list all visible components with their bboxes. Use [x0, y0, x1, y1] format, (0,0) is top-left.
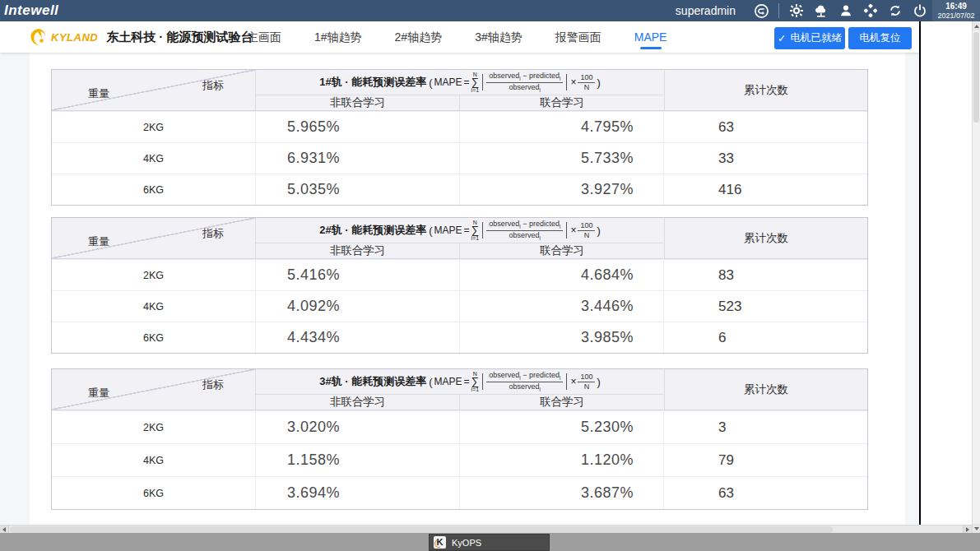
non-federated-value: 4.092%	[256, 291, 460, 322]
corner-label-weight: 重量	[88, 386, 109, 401]
os-icon-tray	[749, 0, 932, 21]
cumulative-count-value: 79	[664, 444, 867, 476]
table-header: 指标 重量 1#轨 · 能耗预测误差率 (MAPE=N∑i=1observedi…	[52, 70, 867, 111]
table-row: 6KG4.434%3.985%6	[52, 322, 867, 353]
cumulative-count-value: 416	[664, 174, 867, 205]
table-header: 指标 重量 2#轨 · 能耗预测误差率 (MAPE=N∑i=1observedi…	[52, 218, 867, 259]
horizontal-scrollbar[interactable]	[0, 525, 972, 533]
corner-label-weight: 重量	[88, 234, 109, 249]
page-content: 指标 重量 1#轨 · 能耗预测误差率 (MAPE=N∑i=1observedi…	[0, 53, 919, 525]
corner-label-indicator: 指标	[202, 226, 224, 241]
learning-subheader-row: 非联合学习 联合学习	[256, 95, 664, 110]
federated-value: 4.795%	[460, 112, 664, 142]
apps-icon[interactable]	[860, 0, 881, 21]
app-header: KYLAND 东土科技 · 能源预测试验台 主画面 1#轴趋势 2#轴趋势 3#…	[0, 21, 919, 53]
table-header: 指标 重量 3#轨 · 能耗预测误差率 (MAPE=N∑i=1observedi…	[52, 369, 867, 410]
gear-icon[interactable]	[786, 0, 807, 21]
sync-icon[interactable]	[885, 0, 906, 21]
non-federated-value: 4.434%	[256, 322, 460, 353]
table-body: 2KG5.965%4.795%634KG6.931%5.733%336KG5.0…	[52, 111, 867, 205]
table-row: 2KG5.416%4.684%83	[52, 259, 867, 290]
metric-header-group: 3#轨 · 能耗预测误差率 (MAPE=N∑i=1observedi − pre…	[256, 369, 664, 410]
corner-cell: 指标 重量	[52, 369, 256, 410]
federated-value: 3.985%	[460, 322, 664, 353]
cumulative-count-value: 33	[664, 143, 867, 174]
mape-table: 指标 重量 2#轨 · 能耗预测误差率 (MAPE=N∑i=1observedi…	[51, 217, 868, 354]
power-icon[interactable]	[909, 0, 931, 21]
nav-main-screen[interactable]: 主画面	[247, 21, 281, 53]
table-row: 2KG3.020%5.230%3	[52, 410, 867, 443]
back-circle-icon[interactable]	[750, 0, 772, 21]
kyops-task-button[interactable]: K KyOPS	[429, 534, 550, 551]
non-federated-value: 5.416%	[256, 260, 460, 290]
date-text: 2021/07/02	[937, 12, 974, 20]
os-top-bar: Intewell superadmin 16:49 2021/07/02	[0, 0, 980, 21]
rail-metric-title: 1#轨 · 能耗预测误差率	[319, 75, 426, 90]
scroll-up-arrow-icon[interactable]	[973, 21, 980, 30]
nav-axis3-trend[interactable]: 3#轴趋势	[475, 21, 523, 53]
federated-value: 4.684%	[460, 260, 664, 290]
motor-reset-button[interactable]: 电机复位	[848, 27, 912, 49]
metric-title-row: 1#轨 · 能耗预测误差率 (MAPE=N∑i=1observedi − pre…	[256, 70, 664, 95]
table-row: 4KG1.158%1.120%79	[52, 443, 867, 476]
cumulative-count-value: 6	[664, 322, 867, 353]
cumulative-count-value: 523	[664, 291, 867, 322]
mape-formula: (MAPE=N∑i=1observedi − predictediobserve…	[429, 72, 601, 93]
non-federated-value: 6.931%	[256, 143, 460, 174]
metric-title-row: 2#轨 · 能耗预测误差率 (MAPE=N∑i=1observedi − pre…	[256, 218, 664, 243]
table-row: 6KG3.694%3.687%63	[52, 476, 867, 509]
time-text: 16:49	[945, 2, 967, 12]
cloud-icon[interactable]	[810, 0, 832, 21]
corner-cell: 指标 重量	[52, 70, 256, 110]
intewell-brand: Intewell	[0, 2, 58, 19]
vertical-scrollbar-thumb[interactable]	[973, 32, 979, 123]
weight-cell: 2KG	[52, 112, 256, 142]
table-body: 2KG5.416%4.684%834KG4.092%3.446%5236KG4.…	[52, 259, 867, 353]
table-row: 6KG5.035%3.927%416	[52, 174, 867, 205]
kyops-icon: K	[434, 536, 446, 549]
kyops-task-label: KyOPS	[452, 538, 481, 548]
col-header-non-federated: 非联合学习	[256, 395, 460, 410]
col-header-federated: 联合学习	[460, 243, 664, 258]
table-row: 4KG6.931%5.733%33	[52, 142, 867, 174]
non-federated-value: 3.694%	[256, 477, 460, 509]
corner-cell: 指标 重量	[52, 218, 256, 258]
rail-metric-title: 3#轨 · 能耗预测误差率	[319, 374, 426, 389]
rail-metric-title: 2#轨 · 能耗预测误差率	[319, 223, 426, 238]
federated-value: 3.927%	[460, 174, 664, 205]
kyland-logo-icon	[28, 27, 48, 47]
table-row: 2KG5.965%4.795%63	[52, 111, 867, 142]
non-federated-value: 3.020%	[256, 411, 460, 443]
mape-formula: (MAPE=N∑i=1observedi − predictediobserve…	[429, 220, 601, 241]
federated-value: 1.120%	[460, 444, 664, 476]
check-icon: ✓	[778, 32, 786, 44]
scroll-down-arrow-icon[interactable]	[973, 524, 980, 533]
cumulative-count-value: 63	[664, 477, 867, 509]
corner-label-indicator: 指标	[202, 377, 224, 392]
user-icon[interactable]	[835, 0, 857, 21]
motor-reset-label: 电机复位	[860, 31, 901, 45]
main-nav: 主画面 1#轴趋势 2#轴趋势 3#轴趋势 报警画面 MAPE	[247, 21, 666, 53]
nav-mape[interactable]: MAPE	[634, 21, 667, 53]
learning-subheader-row: 非联合学习 联合学习	[256, 243, 664, 258]
non-federated-value: 5.965%	[256, 112, 460, 142]
federated-value: 3.687%	[460, 477, 664, 509]
motor-ready-button[interactable]: ✓ 电机已就绪	[774, 27, 845, 49]
federated-value: 5.230%	[460, 411, 664, 443]
weight-cell: 6KG	[52, 174, 256, 205]
federated-value: 5.733%	[460, 143, 664, 174]
logged-in-user[interactable]: superadmin	[676, 4, 736, 17]
nav-alarm-screen[interactable]: 报警画面	[555, 21, 601, 53]
non-federated-value: 1.158%	[256, 444, 460, 476]
weight-cell: 2KG	[52, 411, 256, 443]
horizontal-scrollbar-thumb[interactable]	[10, 526, 833, 533]
vertical-scrollbar[interactable]	[972, 21, 980, 533]
kyland-wordmark: KYLAND	[51, 31, 98, 44]
col-header-federated: 联合学习	[460, 95, 664, 110]
weight-cell: 6KG	[52, 322, 256, 353]
app-title: 东土科技 · 能源预测试验台	[106, 30, 253, 45]
non-federated-value: 5.035%	[256, 174, 460, 205]
mape-table: 指标 重量 1#轨 · 能耗预测误差率 (MAPE=N∑i=1observedi…	[51, 69, 868, 206]
nav-axis2-trend[interactable]: 2#轴趋势	[395, 21, 443, 53]
nav-axis1-trend[interactable]: 1#轴趋势	[314, 21, 362, 53]
